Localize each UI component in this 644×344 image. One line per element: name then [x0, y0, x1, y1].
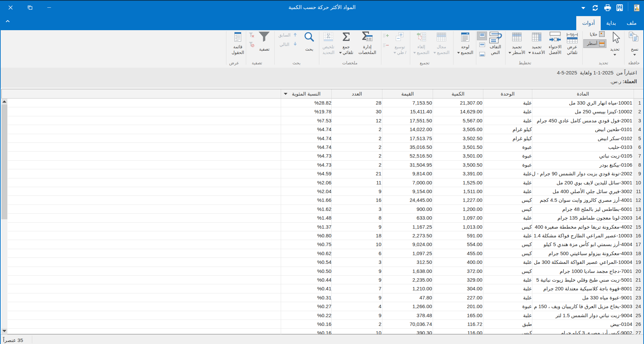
svg-text:%: %: [570, 32, 575, 38]
